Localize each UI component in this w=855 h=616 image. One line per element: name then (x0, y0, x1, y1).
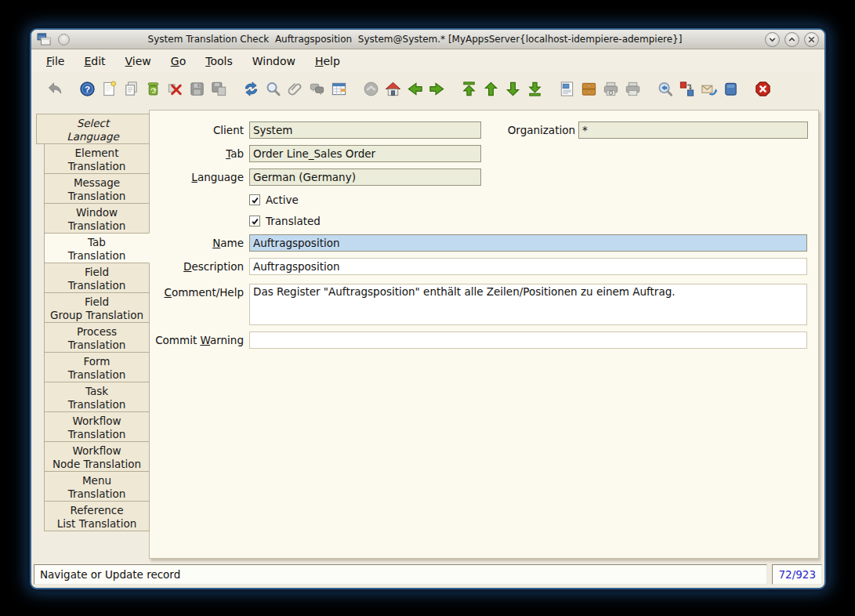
check-icon (251, 196, 259, 205)
workflow-icon[interactable] (676, 78, 697, 100)
copy-record-icon[interactable] (120, 78, 142, 100)
menu-go[interactable]: Go (164, 53, 193, 70)
grid-toggle-icon[interactable] (328, 78, 350, 100)
zoom-across-icon[interactable] (654, 78, 676, 100)
sidebar-tab-menu-translation[interactable]: MenuTranslation (44, 471, 150, 502)
tab-label: Tab (150, 147, 244, 160)
tab-field[interactable] (249, 145, 481, 162)
commit-warning-label: Commit Warning (150, 334, 244, 346)
minimize-icon[interactable] (765, 32, 780, 47)
parent-record-icon[interactable] (404, 78, 426, 100)
save-and-create-icon[interactable] (208, 78, 230, 100)
menu-edit[interactable]: Edit (77, 53, 112, 70)
sidebar-tab-task-translation[interactable]: TaskTranslation (44, 382, 150, 412)
description-field[interactable] (249, 258, 807, 275)
active-label: Active (266, 194, 299, 206)
sidebar-tab-field-translation[interactable]: FieldTranslation (44, 263, 150, 293)
check-icon (251, 217, 259, 226)
history-icon[interactable] (360, 78, 382, 100)
help-icon[interactable] (76, 78, 98, 100)
archive-icon[interactable] (578, 78, 600, 100)
sidebar-tab-tab-translation[interactable]: TabTranslation (44, 233, 150, 263)
last-record-icon[interactable] (524, 78, 545, 100)
organization-label: Organization (481, 124, 575, 136)
sidebar-tab-workflow-node-translation[interactable]: WorkflowNode Translation (44, 441, 150, 472)
client-field[interactable] (249, 121, 481, 139)
sidebar-tab-form-translation[interactable]: FormTranslation (44, 352, 150, 382)
product-info-icon[interactable] (719, 78, 741, 100)
sidebar-tab-window-translation[interactable]: WindowTranslation (44, 203, 150, 234)
delete-selection-icon[interactable] (164, 78, 186, 100)
sidebar-tab-process-translation[interactable]: ProcessTranslation (44, 322, 150, 353)
print-icon[interactable] (621, 78, 643, 100)
refresh-icon[interactable] (240, 78, 262, 100)
sidebar-tab-field-group-translation[interactable]: FieldGroup Translation (44, 292, 150, 323)
next-record-icon[interactable] (502, 78, 524, 100)
undo-icon[interactable] (44, 78, 66, 100)
print-preview-icon[interactable] (600, 78, 621, 100)
translated-checkbox[interactable] (249, 216, 260, 226)
comment-help-label: Comment/Help (150, 284, 244, 299)
save-icon[interactable] (186, 78, 208, 100)
comment-help-field[interactable]: Das Register "Auftragsposition" enthält … (249, 284, 807, 325)
maximize-icon[interactable] (784, 32, 799, 47)
window-icon (37, 33, 51, 45)
menu-file[interactable]: File (39, 53, 71, 70)
commit-warning-field[interactable] (249, 332, 807, 349)
language-label: Language (150, 171, 244, 183)
record-counter[interactable]: 72/923 (772, 564, 822, 585)
name-label: Name (150, 237, 244, 249)
menu-view[interactable]: View (118, 53, 158, 70)
menu-help[interactable]: Help (308, 53, 347, 70)
new-record-icon[interactable] (98, 78, 120, 100)
sidebar-tab-reference-list-translation[interactable]: ReferenceList Translation (44, 501, 150, 531)
detail-record-icon[interactable] (426, 78, 447, 100)
find-icon[interactable] (262, 78, 284, 100)
sidebar-tab-message-translation[interactable]: MessageTranslation (44, 173, 150, 204)
end-window-icon[interactable] (752, 78, 773, 100)
work-area: SelectLanguageElementTranslationMessageT… (36, 110, 819, 559)
toolbar (31, 72, 824, 106)
attachment-icon[interactable] (284, 78, 306, 100)
previous-record-icon[interactable] (480, 78, 502, 100)
report-icon[interactable] (556, 78, 578, 100)
sidebar-tab-select-language[interactable]: SelectLanguage (36, 114, 150, 144)
first-record-icon[interactable] (458, 78, 480, 100)
client-label: Client (150, 124, 244, 136)
sidebar-tab-element-translation[interactable]: ElementTranslation (44, 143, 150, 174)
organization-field[interactable] (578, 121, 808, 139)
status-bar: Navigate or Update record 72/923 (34, 564, 822, 585)
menu-tools[interactable]: Tools (198, 53, 240, 70)
window-menu-icon[interactable] (58, 34, 70, 45)
menu-bar: FileEditViewGoToolsWindowHelp (31, 49, 824, 72)
language-field[interactable] (249, 168, 481, 186)
close-icon[interactable] (804, 32, 819, 47)
home-icon[interactable] (382, 78, 404, 100)
app-window: System Translation Check Auftragspositio… (31, 30, 824, 588)
chat-icon[interactable] (306, 78, 328, 100)
title-bar[interactable]: System Translation Check Auftragspositio… (31, 30, 824, 49)
name-field[interactable] (249, 234, 807, 252)
translated-label: Translated (266, 215, 321, 227)
status-message: Navigate or Update record (34, 564, 767, 585)
requests-icon[interactable] (697, 78, 719, 100)
description-label: Description (150, 260, 244, 273)
sidebar-tabs: SelectLanguageElementTranslationMessageT… (36, 110, 150, 559)
menu-window[interactable]: Window (245, 53, 303, 70)
sidebar-tab-workflow-translation[interactable]: WorkflowTranslation (44, 411, 150, 442)
window-title: System Translation Check Auftragspositio… (70, 34, 760, 45)
active-checkbox[interactable] (249, 194, 260, 205)
tab-translation-panel: Client Organization Tab Language Active (149, 110, 819, 559)
delete-record-icon[interactable] (142, 78, 164, 100)
